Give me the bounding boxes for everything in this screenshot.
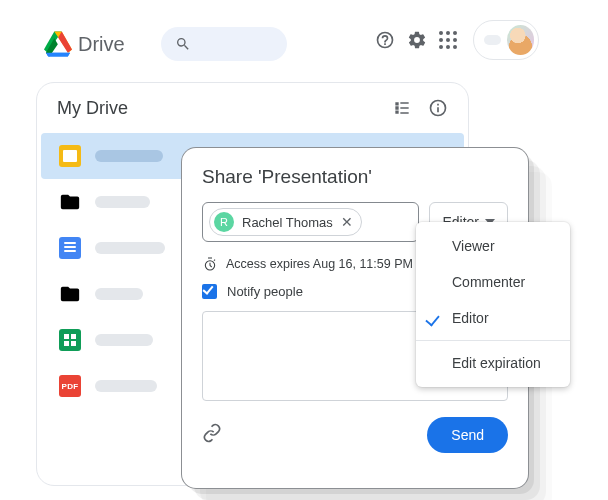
search-input[interactable] [161, 27, 287, 61]
avatar [507, 25, 535, 55]
page-title: My Drive [57, 98, 128, 119]
drive-logo[interactable]: Drive [44, 30, 125, 58]
role-menu: Viewer Commenter Editor Edit expiration [416, 222, 570, 387]
drive-header: My Drive [37, 83, 468, 133]
menu-item-viewer[interactable]: Viewer [416, 228, 570, 264]
folder-icon [59, 191, 81, 213]
notify-checkbox[interactable] [202, 284, 217, 299]
doc-file-icon [59, 237, 81, 259]
sheet-file-icon [59, 329, 81, 351]
menu-item-edit-expiration[interactable]: Edit expiration [416, 345, 570, 381]
person-chip[interactable]: R Rachel Thomas ✕ [209, 208, 362, 236]
product-name: Drive [78, 33, 125, 56]
folder-icon [59, 283, 81, 305]
person-name: Rachel Thomas [242, 215, 333, 230]
access-expires-text: Access expires Aug 16, 11:59 PM [226, 257, 413, 271]
info-icon[interactable] [428, 98, 448, 118]
file-name-placeholder [95, 242, 165, 254]
remove-chip-icon[interactable]: ✕ [341, 214, 353, 230]
share-title: Share 'Presentation' [202, 166, 508, 188]
copy-link-icon[interactable] [202, 423, 222, 447]
people-input[interactable]: R Rachel Thomas ✕ [202, 202, 419, 242]
pdf-file-icon: PDF [59, 375, 81, 397]
top-right-controls [375, 20, 539, 60]
top-bar: Drive [44, 20, 608, 68]
menu-separator [416, 340, 570, 341]
send-button[interactable]: Send [427, 417, 508, 453]
file-name-placeholder [95, 288, 143, 300]
timer-icon [202, 256, 218, 272]
settings-gear-icon[interactable] [407, 30, 427, 50]
file-name-placeholder [95, 150, 163, 162]
file-name-placeholder [95, 334, 153, 346]
help-icon[interactable] [375, 30, 395, 50]
file-name-placeholder [95, 380, 157, 392]
apps-grid-icon[interactable] [439, 31, 457, 49]
view-list-icon[interactable] [392, 98, 412, 118]
drive-logo-icon [44, 30, 72, 58]
notify-label: Notify people [227, 284, 303, 299]
file-name-placeholder [95, 196, 150, 208]
person-avatar: R [214, 212, 234, 232]
account-chip[interactable] [473, 20, 539, 60]
menu-item-editor[interactable]: Editor [416, 300, 570, 336]
menu-item-commenter[interactable]: Commenter [416, 264, 570, 300]
slides-file-icon [59, 145, 81, 167]
search-icon [175, 36, 191, 52]
account-placeholder [484, 35, 501, 45]
